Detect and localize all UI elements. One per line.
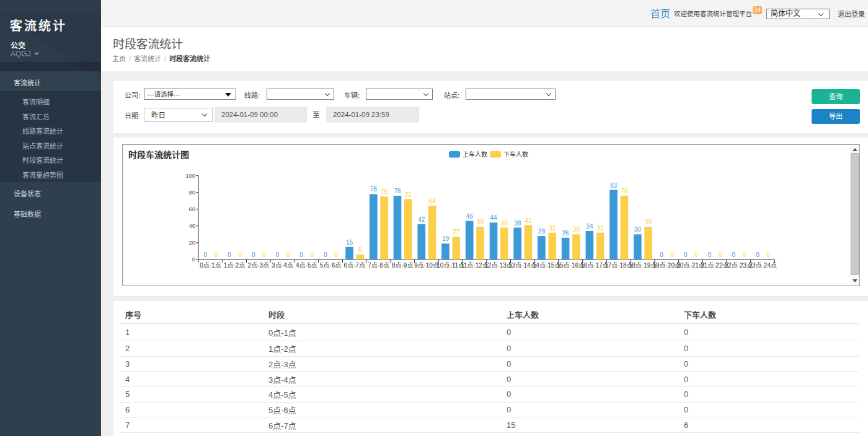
svg-text:0: 0 bbox=[215, 251, 218, 258]
svg-text:0: 0 bbox=[228, 251, 231, 258]
svg-text:32: 32 bbox=[597, 225, 604, 232]
svg-text:76: 76 bbox=[394, 188, 401, 194]
svg-text:0: 0 bbox=[334, 251, 338, 258]
svg-text:0: 0 bbox=[203, 251, 207, 258]
svg-text:0: 0 bbox=[192, 256, 195, 263]
svg-text:0: 0 bbox=[684, 251, 688, 258]
svg-text:19: 19 bbox=[442, 235, 450, 242]
svg-text:30: 30 bbox=[573, 226, 580, 233]
svg-text:20: 20 bbox=[188, 239, 195, 246]
svg-text:0: 0 bbox=[286, 251, 290, 258]
svg-text:7点-8点: 7点-8点 bbox=[368, 262, 389, 269]
svg-text:0: 0 bbox=[756, 251, 760, 258]
svg-text:38: 38 bbox=[501, 220, 508, 227]
svg-text:42: 42 bbox=[418, 216, 425, 223]
svg-text:1点-2点: 1点-2点 bbox=[224, 262, 245, 269]
svg-text:40: 40 bbox=[188, 222, 195, 229]
svg-text:28: 28 bbox=[538, 228, 546, 235]
svg-text:41: 41 bbox=[525, 217, 532, 224]
svg-text:4点-5点: 4点-5点 bbox=[296, 262, 317, 269]
svg-text:0: 0 bbox=[719, 251, 722, 258]
svg-text:6点-7点: 6点-7点 bbox=[343, 262, 365, 269]
svg-text:30: 30 bbox=[634, 226, 642, 233]
svg-text:8点-9点: 8点-9点 bbox=[392, 262, 413, 269]
svg-text:32: 32 bbox=[549, 225, 556, 232]
svg-text:0: 0 bbox=[708, 251, 712, 258]
svg-text:23点-24点: 23点-24点 bbox=[748, 262, 777, 269]
svg-text:0点-1点: 0点-1点 bbox=[200, 262, 221, 269]
svg-text:9点-10点: 9点-10点 bbox=[414, 262, 439, 269]
svg-text:0: 0 bbox=[262, 251, 266, 258]
svg-text:26: 26 bbox=[562, 230, 570, 237]
svg-text:27: 27 bbox=[453, 229, 460, 235]
svg-text:64: 64 bbox=[429, 198, 436, 204]
svg-text:34: 34 bbox=[586, 223, 593, 230]
svg-text:100: 100 bbox=[185, 172, 195, 179]
svg-text:6: 6 bbox=[358, 246, 362, 253]
svg-text:0: 0 bbox=[671, 251, 675, 258]
svg-text:0: 0 bbox=[767, 251, 771, 258]
svg-text:3点-4点: 3点-4点 bbox=[272, 262, 293, 269]
svg-text:83: 83 bbox=[610, 182, 618, 189]
svg-text:0: 0 bbox=[694, 251, 698, 258]
svg-text:78: 78 bbox=[370, 186, 378, 193]
svg-text:38: 38 bbox=[514, 220, 521, 227]
svg-text:72: 72 bbox=[405, 191, 412, 198]
svg-text:44: 44 bbox=[490, 214, 497, 221]
svg-text:46: 46 bbox=[466, 213, 474, 220]
svg-text:0: 0 bbox=[324, 251, 327, 258]
svg-text:15: 15 bbox=[346, 239, 353, 246]
svg-text:39: 39 bbox=[645, 219, 652, 225]
svg-text:80: 80 bbox=[188, 189, 195, 196]
svg-text:39: 39 bbox=[477, 219, 484, 225]
svg-text:0: 0 bbox=[743, 251, 746, 258]
svg-text:0: 0 bbox=[276, 251, 280, 258]
svg-text:0: 0 bbox=[238, 251, 242, 258]
svg-text:76: 76 bbox=[621, 188, 628, 194]
svg-text:60: 60 bbox=[188, 206, 195, 212]
svg-text:下车人数: 下车人数 bbox=[503, 150, 528, 158]
svg-text:上车人数: 上车人数 bbox=[463, 150, 487, 158]
svg-text:0: 0 bbox=[660, 251, 663, 258]
svg-text:0: 0 bbox=[252, 251, 255, 258]
svg-text:0: 0 bbox=[311, 251, 314, 258]
svg-text:75: 75 bbox=[381, 188, 388, 195]
svg-text:0: 0 bbox=[299, 251, 303, 258]
svg-text:5点-6点: 5点-6点 bbox=[320, 262, 341, 269]
svg-text:2点-3点: 2点-3点 bbox=[248, 262, 269, 269]
svg-text:0: 0 bbox=[732, 251, 736, 258]
